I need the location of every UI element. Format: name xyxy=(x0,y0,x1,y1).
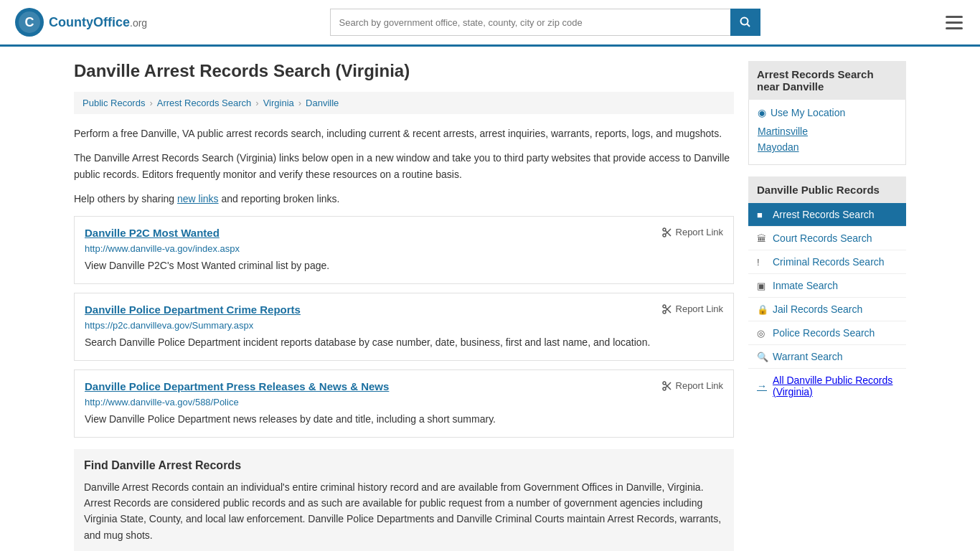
link-card-0-report-label: Report Link xyxy=(676,227,723,237)
scissors-icon-0 xyxy=(661,227,673,238)
warrant-search-icon: 🔍 xyxy=(757,352,767,362)
svg-point-9 xyxy=(663,305,666,308)
breadcrumb-sep-1: › xyxy=(149,98,152,108)
sidebar-nearby-section: Arrest Records Search near Danville ◉ Us… xyxy=(748,61,906,165)
sidebar-nearby-body: ◉ Use My Location Martinsville Mayodan xyxy=(748,100,906,165)
link-card-2-report-label: Report Link xyxy=(676,380,723,391)
link-card-0-desc: View Danville P2C's Most Wanted criminal… xyxy=(85,258,723,273)
intro-p3-before: Help others by sharing xyxy=(74,193,177,204)
sidebar-item-inmate-search[interactable]: ▣ Inmate Search xyxy=(748,274,906,298)
search-area xyxy=(330,9,760,36)
logo-icon: C xyxy=(14,7,44,37)
svg-text:C: C xyxy=(25,15,34,29)
sidebar: Arrest Records Search near Danville ◉ Us… xyxy=(748,61,906,551)
sidebar-item-warrant-search[interactable]: 🔍 Warrant Search xyxy=(748,345,906,369)
svg-point-13 xyxy=(663,382,666,385)
sidebar-item-police-records[interactable]: ◎ Police Records Search xyxy=(748,321,906,345)
link-card-1-report[interactable]: Report Link xyxy=(661,303,723,315)
link-card-0-title[interactable]: Danville P2C Most Wanted xyxy=(85,227,220,239)
breadcrumb-item-danville[interactable]: Danville xyxy=(306,98,339,108)
find-section-text: Danville Arrest Records contain an indiv… xyxy=(84,479,724,544)
find-section: Find Danville Arrest Records Danville Ar… xyxy=(74,449,734,551)
criminal-records-icon: ! xyxy=(757,257,767,268)
svg-point-10 xyxy=(663,311,666,314)
police-records-link[interactable]: Police Records Search xyxy=(773,327,875,339)
link-card-2-desc: View Danville Police Department news rel… xyxy=(85,412,723,427)
sidebar-item-criminal-records[interactable]: ! Criminal Records Search xyxy=(748,250,906,274)
intro-p1: Perform a free Danville, VA public arres… xyxy=(74,126,734,141)
page-title: Danville Arrest Records Search (Virginia… xyxy=(74,61,734,81)
warrant-search-link[interactable]: Warrant Search xyxy=(773,351,843,362)
criminal-records-link[interactable]: Criminal Records Search xyxy=(773,256,885,268)
intro-p3: Help others by sharing new links and rep… xyxy=(74,191,734,207)
logo-area: C CountyOffice.org xyxy=(14,7,147,37)
link-card-0: Danville P2C Most Wanted Report Link htt… xyxy=(74,216,734,284)
intro-p2: The Danville Arrest Records Search (Virg… xyxy=(74,150,734,182)
link-card-1-url[interactable]: https://p2c.danvilleva.gov/Summary.aspx xyxy=(85,320,723,331)
sidebar-city-martinsville[interactable]: Martinsville xyxy=(758,126,897,137)
search-button[interactable] xyxy=(730,9,760,36)
link-card-0-report[interactable]: Report Link xyxy=(661,227,723,238)
arrest-records-icon: ■ xyxy=(757,209,767,220)
breadcrumb-sep-2: › xyxy=(255,98,258,108)
link-card-2-title[interactable]: Danville Police Department Press Release… xyxy=(85,380,389,392)
logo-text: CountyOffice.org xyxy=(49,15,147,30)
new-links-link[interactable]: new links xyxy=(177,193,219,204)
link-card-1-desc: Search Danville Police Department incide… xyxy=(85,335,723,350)
scissors-icon-2 xyxy=(661,380,673,392)
link-card-1-report-label: Report Link xyxy=(676,303,723,314)
link-cards: Danville P2C Most Wanted Report Link htt… xyxy=(74,216,734,438)
location-pin-icon: ◉ xyxy=(758,107,766,118)
sidebar-item-court-records[interactable]: 🏛 Court Records Search xyxy=(748,227,906,250)
inmate-search-icon: ▣ xyxy=(757,281,767,291)
menu-line-2 xyxy=(946,22,963,24)
breadcrumb-item-virginia[interactable]: Virginia xyxy=(263,98,294,108)
breadcrumb-item-public-records[interactable]: Public Records xyxy=(83,98,145,108)
intro-p3-after: and reporting broken links. xyxy=(219,193,340,204)
link-card-1: Danville Police Department Crime Reports… xyxy=(74,293,734,361)
link-card-2: Danville Police Department Press Release… xyxy=(74,369,734,438)
arrow-icon: → xyxy=(757,380,767,392)
sidebar-nearby-header: Arrest Records Search near Danville xyxy=(748,61,906,100)
search-icon xyxy=(740,17,751,28)
link-card-2-report[interactable]: Report Link xyxy=(661,380,723,392)
svg-line-4 xyxy=(747,24,750,27)
sidebar-records-section: Danville Public Records ■ Arrest Records… xyxy=(748,176,906,403)
svg-point-5 xyxy=(663,228,666,231)
all-records-link[interactable]: All Danville Public Records (Virginia) xyxy=(773,375,897,397)
breadcrumb: Public Records › Arrest Records Search ›… xyxy=(74,92,734,114)
jail-records-icon: 🔒 xyxy=(757,304,767,315)
sidebar-records-header: Danville Public Records xyxy=(748,176,906,203)
sidebar-all-records-link[interactable]: → All Danville Public Records (Virginia) xyxy=(748,369,906,403)
sidebar-use-location-label: Use My Location xyxy=(771,107,845,118)
police-records-icon: ◎ xyxy=(757,328,767,339)
sidebar-item-arrest-records[interactable]: ■ Arrest Records Search xyxy=(748,203,906,227)
menu-button[interactable] xyxy=(943,13,966,32)
jail-records-link[interactable]: Jail Records Search xyxy=(773,303,862,315)
link-card-1-title[interactable]: Danville Police Department Crime Reports xyxy=(85,303,301,316)
breadcrumb-sep-3: › xyxy=(298,98,301,108)
svg-point-3 xyxy=(740,18,748,25)
menu-line-3 xyxy=(946,27,963,29)
menu-line-1 xyxy=(946,16,963,18)
sidebar-item-jail-records[interactable]: 🔒 Jail Records Search xyxy=(748,298,906,321)
court-records-link[interactable]: Court Records Search xyxy=(773,232,872,244)
link-card-0-url[interactable]: http://www.danville-va.gov/index.aspx xyxy=(85,243,723,254)
scissors-icon-1 xyxy=(661,303,673,315)
inmate-search-link[interactable]: Inmate Search xyxy=(773,280,838,291)
header: C CountyOffice.org xyxy=(0,0,980,47)
breadcrumb-item-arrest-records[interactable]: Arrest Records Search xyxy=(157,98,252,108)
court-records-icon: 🏛 xyxy=(757,233,767,244)
arrest-records-link[interactable]: Arrest Records Search xyxy=(773,209,875,220)
sidebar-use-location[interactable]: ◉ Use My Location xyxy=(758,107,897,118)
main-content: Danville Arrest Records Search (Virginia… xyxy=(74,61,734,551)
sidebar-city-mayodan[interactable]: Mayodan xyxy=(758,141,897,153)
link-card-2-url[interactable]: http://www.danville-va.gov/588/Police xyxy=(85,397,723,408)
content-wrapper: Danville Arrest Records Search (Virginia… xyxy=(60,47,920,551)
search-input[interactable] xyxy=(330,9,730,36)
find-section-title: Find Danville Arrest Records xyxy=(84,459,724,472)
svg-point-14 xyxy=(663,387,666,390)
svg-point-6 xyxy=(663,234,666,237)
